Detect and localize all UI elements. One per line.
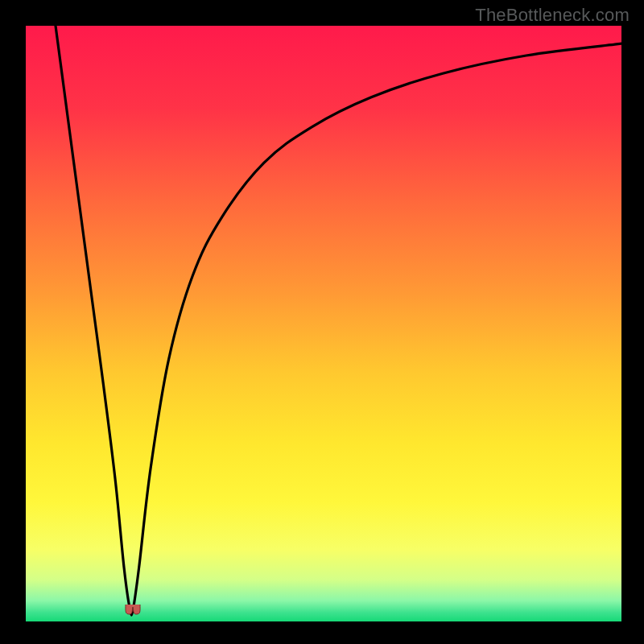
plot-area [26,26,621,621]
watermark-text: TheBottleneck.com [475,5,630,26]
bottleneck-curve [26,26,621,621]
chart-frame: TheBottleneck.com [0,0,644,644]
